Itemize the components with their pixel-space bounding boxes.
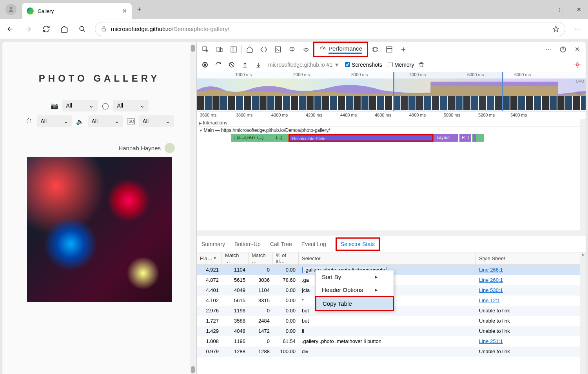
col-elapsed[interactable]: Ela…▼ [197, 252, 222, 265]
browser-tab[interactable]: Gallery ✕ [22, 3, 132, 19]
scroll-thumb-bottom[interactable] [191, 366, 195, 373]
console-icon[interactable] [271, 42, 285, 57]
maximize-button[interactable]: ▢ [552, 0, 570, 19]
author-row: Hannah Haynes [18, 143, 181, 153]
favorite-icon[interactable] [552, 26, 559, 33]
tab-close-button[interactable]: ✕ [122, 8, 127, 14]
gallery-scrollbar[interactable] [190, 43, 196, 374]
ctx-copy-table[interactable]: Copy Table [315, 296, 394, 311]
profile-avatar[interactable] [5, 4, 16, 15]
help-button[interactable] [556, 42, 570, 57]
home-button[interactable] [56, 21, 72, 37]
bottom-up-tab[interactable]: Bottom-Up [234, 241, 261, 247]
svg-rect-7 [275, 47, 281, 52]
ov-tick: 1000 ms [235, 72, 252, 77]
refresh-button[interactable] [38, 21, 54, 37]
clear-button[interactable] [226, 59, 238, 71]
frames-strip [197, 96, 586, 110]
col-match-attempts[interactable]: Match … [249, 252, 273, 265]
shutter-filter[interactable]: All⌄ [37, 115, 72, 127]
devtools-toolbar: Performance ⋯ ✕ [197, 42, 586, 57]
event-log-tab[interactable]: Event Log [301, 241, 326, 247]
svg-rect-8 [373, 47, 377, 51]
upload-button[interactable] [239, 59, 251, 71]
camera-filter[interactable]: All⌄ [62, 100, 98, 111]
flame-chart: 3600 ms 3800 ms 4000 ms 4200 ms 4400 ms … [197, 111, 586, 236]
flame-bar[interactable]: (...) [255, 134, 265, 142]
flame-bar[interactable]: P...t [459, 134, 471, 142]
col-match-count[interactable]: Match … [222, 252, 249, 265]
table-row[interactable]: 1.0081196061.54.gallery .photo .meta:hov… [197, 336, 586, 347]
edge-logo-icon [27, 7, 34, 15]
table-row[interactable]: 1.429404814720.00liUnable to link [197, 326, 586, 336]
timeline-overview[interactable]: 1000 ms 2000 ms 3000 ms 4000 ms 5000 ms … [197, 72, 586, 111]
author-name: Hannah Haynes [118, 145, 161, 151]
screenshots-checkbox[interactable]: Screenshots [345, 62, 382, 68]
address-bar[interactable]: microsoftedge.github.io/Demos/photo-gall… [95, 22, 565, 36]
ctx-sort-by[interactable]: Sort By▶ [316, 270, 394, 283]
close-window-button[interactable]: ✕ [570, 0, 588, 19]
flame-bar[interactable]: (...) [274, 134, 284, 142]
new-tab-button[interactable]: + [137, 5, 142, 14]
col-selector[interactable]: Selector [299, 252, 476, 265]
shutter-icon: ⏱ [25, 118, 33, 125]
interactions-section[interactable]: Interactions [197, 119, 586, 127]
page-title: PHOTO GALLERY [18, 73, 181, 84]
table-row[interactable]: 0.97912881288100.00divUnable to link [197, 347, 586, 357]
focal-filter[interactable]: All⌄ [88, 115, 123, 127]
performance-tab[interactable]: Performance [313, 42, 368, 57]
recording-name[interactable]: microsoftedge.github.io #1 [268, 62, 332, 68]
menu-button[interactable]: ⋯ [570, 21, 586, 37]
overview-selection[interactable] [393, 72, 503, 111]
cpu-overview-chart [197, 78, 586, 96]
svg-rect-1 [102, 29, 105, 31]
svg-point-0 [80, 26, 84, 31]
svg-rect-9 [387, 47, 392, 52]
flame-bar[interactable]: (a...s) [234, 134, 249, 142]
iso-filter[interactable]: All⌄ [139, 115, 174, 127]
search-button[interactable] [74, 21, 90, 37]
flame-bar[interactable] [476, 134, 481, 142]
flame-bar-recalc[interactable]: Recalculate Style [289, 134, 434, 142]
ov-tick: 3000 ms [351, 72, 368, 77]
minimize-button[interactable]: — [534, 0, 552, 19]
main-section[interactable]: Main — https://microsoftedge.github.io/D… [197, 127, 586, 134]
scroll-thumb[interactable] [191, 45, 195, 52]
aperture-filter[interactable]: All⌄ [113, 100, 149, 111]
more-menu-button[interactable]: ⋯ [542, 42, 556, 57]
details-tabs: Summary Bottom-Up Call Tree Event Log Se… [197, 236, 586, 252]
elements-icon[interactable] [257, 42, 271, 57]
performance-tab-label: Performance [328, 45, 362, 54]
selector-stats-tab[interactable]: Selector Stats [336, 237, 380, 251]
devtools-close-button[interactable]: ✕ [570, 42, 584, 57]
perf-settings-button[interactable] [572, 59, 583, 71]
record-button[interactable] [199, 59, 211, 71]
selector-stats-table: Ela…▼ Match … Match … % of sl… Selector … [197, 252, 586, 374]
flame-bar[interactable]: Layout [434, 134, 458, 142]
device-icon[interactable] [212, 42, 227, 57]
memory-icon[interactable] [368, 42, 382, 57]
summary-tab[interactable]: Summary [201, 241, 225, 247]
download-button[interactable] [252, 59, 264, 71]
more-tools-button[interactable] [396, 42, 410, 57]
memory-checkbox[interactable]: Memory [388, 62, 414, 68]
welcome-icon[interactable] [243, 42, 257, 57]
ctx-header-options[interactable]: Header Options▶ [316, 283, 394, 296]
inspect-icon[interactable] [198, 42, 212, 57]
col-stylesheet[interactable]: Style Sheet [476, 252, 586, 265]
network-icon[interactable] [299, 42, 313, 57]
reload-record-button[interactable] [212, 59, 224, 71]
application-icon[interactable] [382, 42, 396, 57]
call-tree-tab[interactable]: Call Tree [270, 241, 292, 247]
gallery-photo[interactable] [27, 157, 172, 302]
flame-vscroll[interactable] [580, 119, 586, 236]
flame-hscroll[interactable] [197, 230, 580, 236]
back-button[interactable] [2, 21, 18, 37]
col-percent-slow[interactable]: % of sl… [273, 252, 299, 265]
sources-icon[interactable] [285, 42, 299, 57]
dock-icon[interactable] [227, 42, 241, 57]
gc-button[interactable] [416, 59, 427, 71]
table-vscroll[interactable]: ▲ [580, 252, 586, 374]
net-label: NET [576, 91, 584, 95]
table-row[interactable]: 1.727358824840.00butUnable to link [197, 316, 586, 326]
